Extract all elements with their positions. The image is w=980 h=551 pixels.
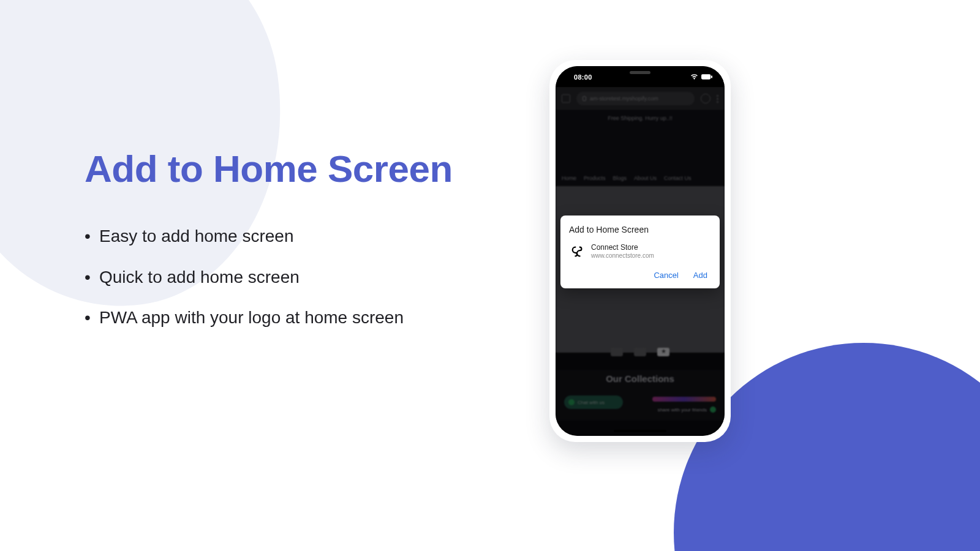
status-indicators [690,73,712,80]
dialog-title: Add to Home Screen [569,225,711,234]
dialog-app-url: www.connectstore.com [591,252,654,260]
dialog-actions: Cancel Add [569,266,711,286]
phone-screen: 08:00 am-storetest.myshopify.com Free Sh… [556,66,725,436]
bullet-item: Easy to add home screen [85,225,453,247]
cancel-button[interactable]: Cancel [654,271,678,280]
svg-rect-1 [711,75,712,78]
app-logo-icon [570,244,585,259]
dialog-app-name: Connect Store [591,243,654,252]
svg-rect-0 [701,74,710,79]
feature-bullet-list: Easy to add home screen Quick to add hom… [85,225,453,329]
page-title: Add to Home Screen [85,148,453,190]
battery-icon [701,74,712,80]
home-indicator [614,430,666,432]
phone-inner: 08:00 am-storetest.myshopify.com Free Sh… [556,66,725,436]
bullet-item: Quick to add home screen [85,266,453,288]
dialog-app-row: Connect Store www.connectstore.com [569,243,711,260]
wifi-icon [690,73,698,80]
add-button[interactable]: Add [693,271,707,280]
phone-mockup-frame: 08:00 am-storetest.myshopify.com Free Sh… [549,60,731,442]
bullet-item: PWA app with your logo at home screen [85,307,453,329]
phone-notch [594,66,686,81]
status-time: 08:00 [574,73,592,81]
add-to-homescreen-dialog: Add to Home Screen Connect Store www.con… [560,216,720,288]
left-content-panel: Add to Home Screen Easy to add home scre… [85,148,453,347]
